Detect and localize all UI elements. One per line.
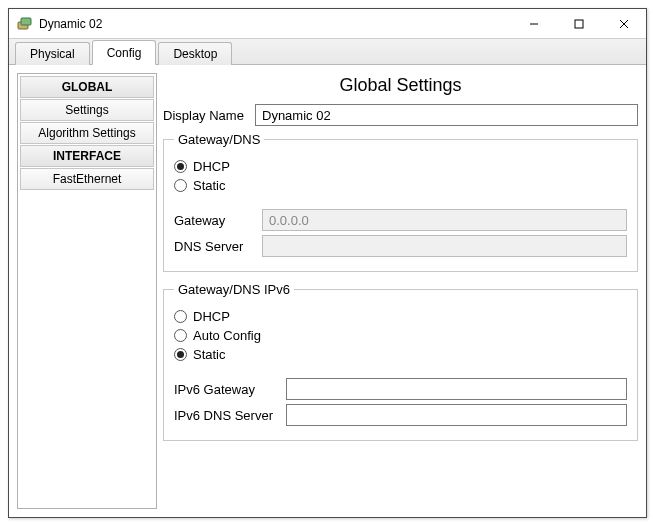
tab-config[interactable]: Config <box>92 40 157 65</box>
page-title: Global Settings <box>163 75 638 96</box>
gw4-static-option[interactable]: Static <box>174 178 627 193</box>
close-button[interactable] <box>601 9 646 38</box>
minimize-button[interactable] <box>511 9 556 38</box>
display-name-row: Display Name <box>163 104 638 126</box>
sidebar: GLOBAL Settings Algorithm Settings INTER… <box>17 73 157 509</box>
ipv6-dns-label: IPv6 DNS Server <box>174 408 286 423</box>
svg-rect-3 <box>575 20 583 28</box>
radio-icon <box>174 310 187 323</box>
gateway-row: Gateway <box>174 209 627 231</box>
maximize-button[interactable] <box>556 9 601 38</box>
display-name-input[interactable] <box>255 104 638 126</box>
gateway-dns-group: Gateway/DNS DHCP Static Gateway DNS Serv… <box>163 132 638 272</box>
gw4-dhcp-label: DHCP <box>193 159 230 174</box>
sidebar-item-settings[interactable]: Settings <box>20 99 154 121</box>
gateway-label: Gateway <box>174 213 262 228</box>
radio-icon <box>174 329 187 342</box>
radio-icon <box>174 179 187 192</box>
ipv6-gateway-row: IPv6 Gateway <box>174 378 627 400</box>
gw6-auto-label: Auto Config <box>193 328 261 343</box>
dns-input <box>262 235 627 257</box>
tab-physical[interactable]: Physical <box>15 42 90 65</box>
gw4-static-label: Static <box>193 178 226 193</box>
gw6-auto-option[interactable]: Auto Config <box>174 328 627 343</box>
display-name-label: Display Name <box>163 108 255 123</box>
app-icon <box>17 16 33 32</box>
sidebar-header-interface: INTERFACE <box>20 145 154 167</box>
body: GLOBAL Settings Algorithm Settings INTER… <box>9 65 646 517</box>
gateway-dns-ipv6-group: Gateway/DNS IPv6 DHCP Auto Config Static… <box>163 282 638 441</box>
sidebar-item-fastethernet[interactable]: FastEthernet <box>20 168 154 190</box>
tabstrip: Physical Config Desktop <box>9 39 646 65</box>
gw6-dhcp-label: DHCP <box>193 309 230 324</box>
dns-row: DNS Server <box>174 235 627 257</box>
gateway-dns-ipv6-legend: Gateway/DNS IPv6 <box>174 282 294 297</box>
sidebar-header-global: GLOBAL <box>20 76 154 98</box>
gateway-dns-legend: Gateway/DNS <box>174 132 264 147</box>
radio-icon <box>174 160 187 173</box>
ipv6-gateway-label: IPv6 Gateway <box>174 382 286 397</box>
window-title: Dynamic 02 <box>39 17 102 31</box>
gw6-dhcp-option[interactable]: DHCP <box>174 309 627 324</box>
ipv6-dns-row: IPv6 DNS Server <box>174 404 627 426</box>
titlebar: Dynamic 02 <box>9 9 646 39</box>
gateway-input <box>262 209 627 231</box>
ipv6-dns-input[interactable] <box>286 404 627 426</box>
window: Dynamic 02 Physical Config Desktop GLOBA… <box>8 8 647 518</box>
gw4-dhcp-option[interactable]: DHCP <box>174 159 627 174</box>
main-panel: Global Settings Display Name Gateway/DNS… <box>163 73 638 509</box>
ipv6-gateway-input[interactable] <box>286 378 627 400</box>
gw6-static-label: Static <box>193 347 226 362</box>
radio-icon <box>174 348 187 361</box>
gw6-static-option[interactable]: Static <box>174 347 627 362</box>
sidebar-item-algorithm-settings[interactable]: Algorithm Settings <box>20 122 154 144</box>
svg-rect-1 <box>21 18 31 25</box>
tab-desktop[interactable]: Desktop <box>158 42 232 65</box>
dns-label: DNS Server <box>174 239 262 254</box>
